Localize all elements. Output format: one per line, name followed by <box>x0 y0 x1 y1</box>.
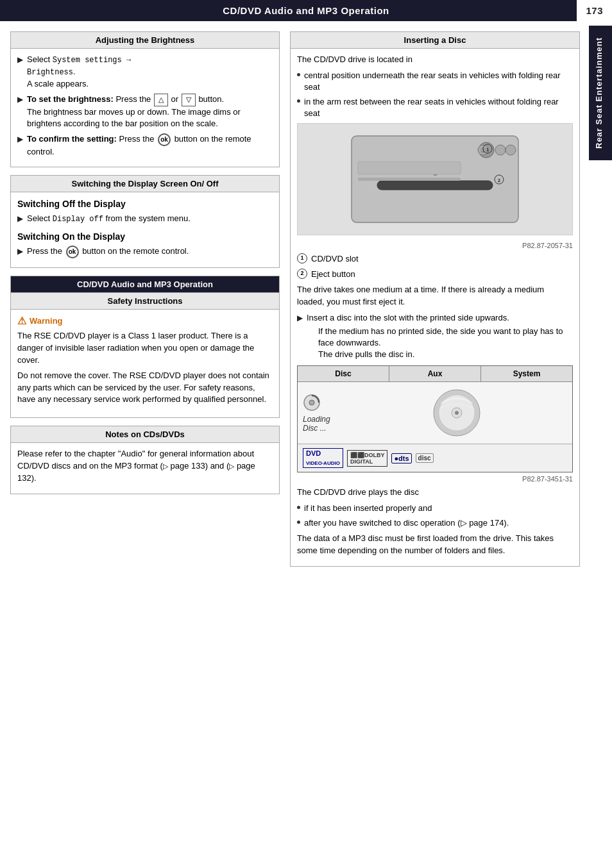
header-title: CD/DVD Audio and MP3 Operation <box>223 5 389 16</box>
adjusting-brightness-box: Adjusting the Brightness ▶ Select System… <box>10 31 280 167</box>
warning-triangle-icon: ⚠ <box>17 315 26 327</box>
spinner-icon <box>303 394 321 412</box>
insert-bullet-1: central position underneath the rear sea… <box>297 70 573 93</box>
safety-content: ⚠ Warning The RSE CD/DVD player is a Cla… <box>11 310 279 417</box>
arrow-icon-1: ▶ <box>17 54 23 65</box>
eject-button-label: 2 Eject button <box>297 269 573 280</box>
svg-point-15 <box>309 400 314 405</box>
disc-logos: DVDVIDEO·AUDIO ⬛⬛DOLBYDIGITAL ●dts disc <box>298 444 572 471</box>
switching-display-title: Switching the Display Screen On/ Off <box>11 176 279 192</box>
svg-point-4 <box>495 145 506 155</box>
disc-ui-tabs: Disc Aux System <box>298 366 572 382</box>
main-content: Adjusting the Brightness ▶ Select System… <box>0 21 612 585</box>
disc-logo: disc <box>416 453 434 463</box>
left-column: Adjusting the Brightness ▶ Select System… <box>10 31 280 574</box>
display-on-step: ▶ Press the ok button on the remote cont… <box>17 246 273 258</box>
brightness-step-1: ▶ Select System settings →Brightness. A … <box>17 54 273 90</box>
brightness-step-2: ▶ To set the brightness: Press the △ or … <box>17 94 273 129</box>
after-bullet-2: after you have switched to disc operatio… <box>297 517 573 529</box>
svg-rect-6 <box>377 181 493 190</box>
up-button-icon: △ <box>154 94 168 106</box>
notes-title: Notes on CDs/DVDs <box>11 426 279 443</box>
safety-instructions-title: Safety Instructions <box>11 293 279 310</box>
warning-title: ⚠ Warning <box>17 315 273 327</box>
svg-text:2: 2 <box>498 178 501 183</box>
circle-2: 2 <box>297 269 307 279</box>
right-column: Inserting a Disc The CD/DVD drive is loc… <box>290 31 580 574</box>
notes-text: Please refer to the chapter "Audio" for … <box>17 448 273 485</box>
disc-image-caption: P82.87-2057-31 <box>297 242 573 249</box>
disc-graphic-svg <box>431 387 482 438</box>
after-para: The CD/DVD drive plays the disc <box>297 487 573 499</box>
switching-on-heading: Switching On the Display <box>17 231 273 242</box>
notes-content: Please refer to the chapter "Audio" for … <box>11 443 279 494</box>
after-bullet-1: if it has been inserted properly and <box>297 503 573 514</box>
tab-disc[interactable]: Disc <box>298 366 389 381</box>
adjusting-brightness-title: Adjusting the Brightness <box>11 32 279 49</box>
arrow-icon-2: ▶ <box>17 94 23 105</box>
ok-button-icon: ok <box>158 133 171 146</box>
dts-logo: ●dts <box>391 453 411 463</box>
final-para: The data of a MP3 disc must be first loa… <box>297 533 573 557</box>
disc-device-svg: ① ② 1 <box>345 129 525 229</box>
tab-system[interactable]: System <box>481 366 572 381</box>
inserting-disc-title: Inserting a Disc <box>291 32 579 49</box>
arrow-icon-5: ▶ <box>17 246 23 257</box>
svg-point-19 <box>455 411 459 415</box>
warning-para2: Do not remove the cover. The RSE CD/DVD … <box>17 370 273 406</box>
cd-dvd-slot-label: 1 CD/DVD slot <box>297 253 573 265</box>
bullet-dot-1 <box>297 73 300 76</box>
cd-dvd-section-title: CD/DVD Audio and MP3 Operation <box>11 276 279 293</box>
inserting-disc-box: Inserting a Disc The CD/DVD drive is loc… <box>290 31 580 567</box>
bullet-dot-3 <box>297 506 300 509</box>
page-header: CD/DVD Audio and MP3 Operation 173 <box>0 0 612 21</box>
switching-display-box: Switching the Display Screen On/ Off Swi… <box>10 175 280 268</box>
svg-point-5 <box>506 145 516 155</box>
page-number: 173 <box>577 0 612 21</box>
svg-rect-9 <box>358 178 461 181</box>
ok-button-icon-2: ok <box>66 246 79 258</box>
disc-graphic-area <box>346 387 567 438</box>
brightness-step-3: ▶ To confirm the setting: Press the ok b… <box>17 133 273 158</box>
warning-para1: The RSE CD/DVD player is a Class 1 laser… <box>17 330 273 367</box>
display-off-step: ▶ Select Display off from the system men… <box>17 213 273 225</box>
cd-dvd-section-box: CD/DVD Audio and MP3 Operation Safety In… <box>10 276 280 418</box>
bullet-dot-4 <box>297 521 300 524</box>
arrow-icon-4: ▶ <box>17 213 23 224</box>
tab-aux[interactable]: Aux <box>389 366 481 381</box>
insert-bullet-2: in the arm rest between the rear seats i… <box>297 96 573 119</box>
disc-drive-image: ① ② 1 <box>297 123 573 235</box>
loading-text: Loading Disc ... <box>303 415 341 433</box>
side-tab: Rear Seat Entertainment <box>589 26 612 160</box>
arrow-icon-3: ▶ <box>17 134 23 145</box>
disc-ui-mockup: Disc Aux System Loading Disc ... <box>297 365 573 472</box>
inserting-disc-content: The CD/DVD drive is located in central p… <box>291 49 579 566</box>
svg-rect-8 <box>358 162 461 174</box>
switching-off-heading: Switching Off the Display <box>17 199 273 209</box>
circle-1: 1 <box>297 253 307 263</box>
down-button-icon: ▽ <box>182 94 196 106</box>
disc-ui-caption: P82.87-3451-31 <box>297 475 573 483</box>
arrow-icon-6: ▶ <box>297 313 303 324</box>
dvd-logo: DVDVIDEO·AUDIO <box>303 448 343 467</box>
bullet-dot-2 <box>297 99 300 103</box>
notes-box: Notes on CDs/DVDs Please refer to the ch… <box>10 426 280 494</box>
drive-para1: The drive takes one medium at a time. If… <box>297 284 573 308</box>
insert-step: ▶ Insert a disc into the slot with the p… <box>297 312 573 361</box>
disc-loading-area: Loading Disc ... <box>303 394 341 433</box>
warning-section: ⚠ Warning The RSE CD/DVD player is a Cla… <box>17 315 273 406</box>
adjusting-brightness-content: ▶ Select System settings →Brightness. A … <box>11 49 279 167</box>
dolby-logo: ⬛⬛DOLBYDIGITAL <box>347 450 388 467</box>
disc-ui-main: Loading Disc ... <box>298 382 572 444</box>
switching-display-content: Switching Off the Display ▶ Select Displ… <box>11 192 279 267</box>
svg-text:1: 1 <box>486 147 489 153</box>
inserting-intro: The CD/DVD drive is located in <box>297 54 573 66</box>
